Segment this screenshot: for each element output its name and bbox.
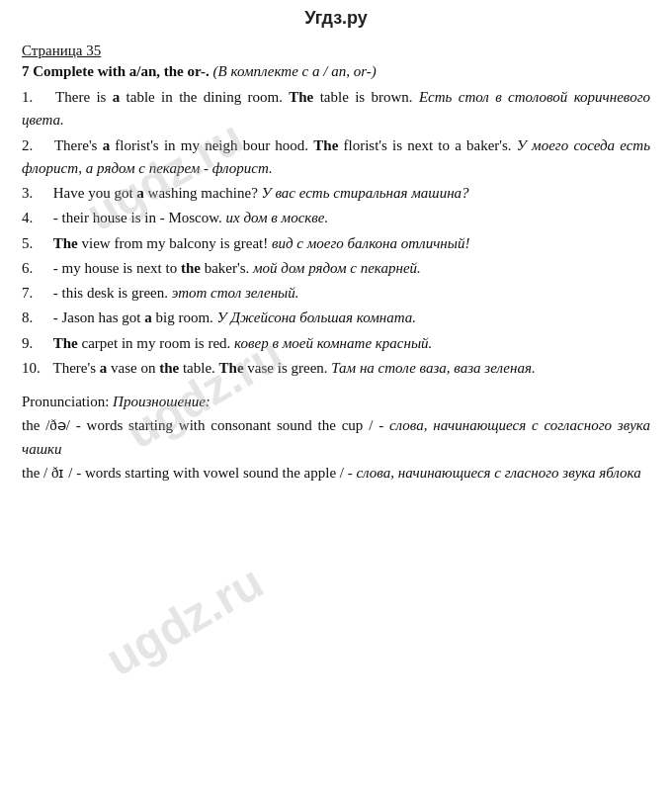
list-item: 10. There's a vase on the table. The vas… bbox=[22, 357, 650, 380]
list-item: 7. - this desk is green. этот стол зелен… bbox=[22, 282, 650, 305]
pronunciation-line: the / ðɪ / - words starting with vowel s… bbox=[22, 461, 650, 485]
list-item: 4. - their house is in - Moscow. их дом … bbox=[22, 207, 650, 229]
item-number: 5. bbox=[22, 232, 49, 255]
list-item: 3. Have you got a washing machine? У вас… bbox=[22, 182, 650, 205]
list-item: 8. - Jason has got a big room. У Джейсон… bbox=[22, 307, 650, 329]
pronunciation-section: Pronunciation: Произношение: the /ðə/ - … bbox=[22, 394, 650, 485]
item-number: 8. bbox=[22, 307, 49, 329]
item-number: 3. bbox=[22, 182, 49, 205]
header: Угдз.ру bbox=[0, 0, 672, 33]
list-item: 9. The carpet in my room is red. ковер в… bbox=[22, 332, 650, 355]
task-title: 7 Complete with a/an, the or-. (В компле… bbox=[22, 63, 650, 80]
item-number: 10. bbox=[22, 357, 49, 380]
pronunciation-title: Pronunciation: Произношение: bbox=[22, 394, 650, 410]
list-item: 1. There is a table in the dining room. … bbox=[22, 86, 650, 132]
page-label: Страница 35 bbox=[22, 43, 650, 59]
list-item: 2. There's a florist's in my neigh bour … bbox=[22, 134, 650, 181]
task-title-italic: (В комплекте с а / an, or-) bbox=[213, 63, 377, 79]
list-item: 5. The view from my balcony is great! ви… bbox=[22, 232, 650, 255]
item-number: 1. bbox=[22, 86, 49, 109]
pronunciation-lines: the /ðə/ - words starting with consonant… bbox=[22, 413, 650, 485]
items-list: 1. There is a table in the dining room. … bbox=[22, 86, 650, 380]
watermark-3: ugdz.ru bbox=[97, 554, 273, 686]
item-number: 2. bbox=[22, 134, 49, 157]
item-number: 4. bbox=[22, 207, 49, 229]
task-title-bold: Complete with a/an, the or-. bbox=[33, 63, 210, 79]
task-number: 7 bbox=[22, 63, 30, 79]
pronunciation-line: the /ðə/ - words starting with consonant… bbox=[22, 413, 650, 461]
item-number: 6. bbox=[22, 257, 49, 280]
item-number: 7. bbox=[22, 282, 49, 305]
item-number: 9. bbox=[22, 332, 49, 355]
list-item: 6. - my house is next to the baker's. мо… bbox=[22, 257, 650, 280]
